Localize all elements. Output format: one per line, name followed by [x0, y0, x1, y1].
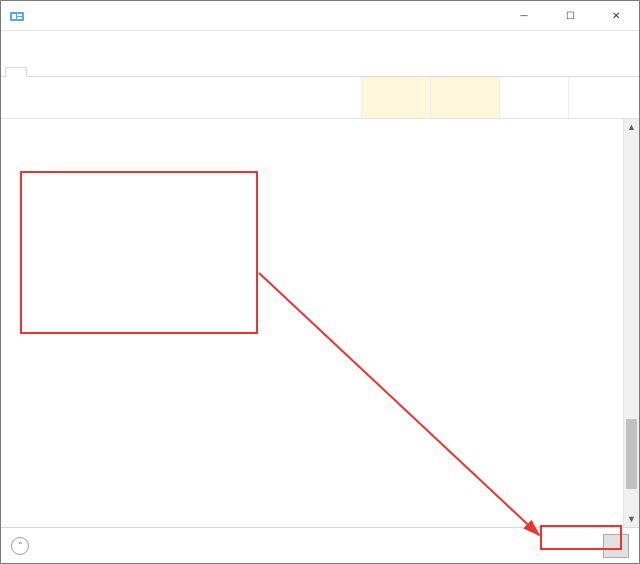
- maximize-button[interactable]: ☐: [547, 1, 593, 31]
- titlebar: ─ ☐ ✕: [1, 1, 639, 31]
- minimize-button[interactable]: ─: [501, 1, 547, 31]
- tab-startup[interactable]: [71, 66, 93, 76]
- scroll-thumb[interactable]: [626, 419, 637, 489]
- menubar: [1, 31, 639, 53]
- tab-app-history[interactable]: [49, 66, 71, 76]
- end-task-button[interactable]: [603, 534, 629, 558]
- tab-processes[interactable]: [5, 67, 27, 77]
- fewer-details-toggle[interactable]: ˄: [11, 537, 35, 555]
- menu-options[interactable]: [25, 40, 37, 44]
- col-status[interactable]: [213, 77, 361, 118]
- svg-rect-1: [12, 14, 16, 19]
- tab-users[interactable]: [93, 66, 115, 76]
- tab-details[interactable]: [115, 66, 137, 76]
- menu-file[interactable]: [7, 40, 19, 44]
- col-net[interactable]: [568, 77, 637, 118]
- svg-rect-3: [17, 17, 22, 19]
- column-headers: [1, 77, 639, 119]
- menu-view[interactable]: [43, 40, 55, 44]
- tab-performance[interactable]: [27, 66, 49, 76]
- process-list: ▲ ▼: [1, 119, 639, 527]
- col-cpu[interactable]: [361, 77, 430, 118]
- tabstrip: [1, 53, 639, 77]
- tab-services[interactable]: [137, 66, 159, 76]
- svg-rect-2: [17, 14, 22, 16]
- close-button[interactable]: ✕: [593, 1, 639, 31]
- vertical-scrollbar[interactable]: ▲ ▼: [623, 119, 639, 527]
- col-mem[interactable]: [430, 77, 499, 118]
- col-name[interactable]: [1, 77, 213, 118]
- footer: ˄: [1, 527, 639, 563]
- col-disk[interactable]: [499, 77, 568, 118]
- scroll-down-icon[interactable]: ▼: [624, 511, 639, 527]
- chevron-up-icon: ˄: [11, 537, 29, 555]
- app-icon: [9, 8, 25, 24]
- scroll-up-icon[interactable]: ▲: [624, 119, 639, 135]
